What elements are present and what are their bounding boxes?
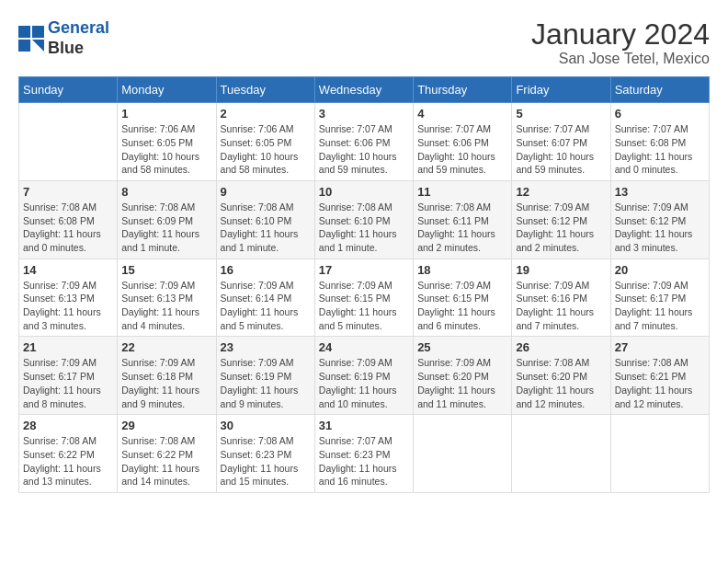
day-number: 4 xyxy=(417,107,507,121)
calendar-cell: 24Sunrise: 7:09 AM Sunset: 6:19 PM Dayli… xyxy=(314,337,413,415)
day-number: 21 xyxy=(23,340,113,354)
day-number: 26 xyxy=(516,340,606,354)
calendar-cell: 2Sunrise: 7:06 AM Sunset: 6:05 PM Daylig… xyxy=(216,103,314,181)
day-info: Sunrise: 7:09 AM Sunset: 6:12 PM Dayligh… xyxy=(615,201,705,255)
calendar-cell: 26Sunrise: 7:08 AM Sunset: 6:20 PM Dayli… xyxy=(512,337,610,415)
day-info: Sunrise: 7:08 AM Sunset: 6:10 PM Dayligh… xyxy=(319,201,409,255)
day-number: 8 xyxy=(121,185,211,199)
day-info: Sunrise: 7:08 AM Sunset: 6:23 PM Dayligh… xyxy=(221,434,311,488)
col-header-tuesday: Tuesday xyxy=(216,77,314,103)
day-number: 12 xyxy=(516,185,606,199)
day-info: Sunrise: 7:07 AM Sunset: 6:06 PM Dayligh… xyxy=(319,122,409,177)
calendar-cell: 12Sunrise: 7:09 AM Sunset: 6:12 PM Dayli… xyxy=(512,180,610,259)
calendar-cell: 9Sunrise: 7:08 AM Sunset: 6:10 PM Daylig… xyxy=(216,180,314,259)
calendar-cell: 19Sunrise: 7:09 AM Sunset: 6:16 PM Dayli… xyxy=(512,259,610,337)
day-number: 11 xyxy=(417,185,507,199)
day-number: 24 xyxy=(319,340,409,354)
calendar-cell xyxy=(512,415,610,493)
calendar-cell: 31Sunrise: 7:07 AM Sunset: 6:23 PM Dayli… xyxy=(314,415,413,493)
calendar-table: SundayMondayTuesdayWednesdayThursdayFrid… xyxy=(18,76,710,493)
day-info: Sunrise: 7:09 AM Sunset: 6:16 PM Dayligh… xyxy=(516,279,606,333)
day-info: Sunrise: 7:07 AM Sunset: 6:06 PM Dayligh… xyxy=(417,122,507,177)
day-number: 17 xyxy=(319,263,409,277)
calendar-cell xyxy=(19,103,118,181)
day-number: 31 xyxy=(319,419,409,432)
day-info: Sunrise: 7:09 AM Sunset: 6:17 PM Dayligh… xyxy=(615,279,705,333)
day-info: Sunrise: 7:09 AM Sunset: 6:19 PM Dayligh… xyxy=(221,356,311,410)
day-number: 16 xyxy=(221,263,311,277)
day-info: Sunrise: 7:08 AM Sunset: 6:20 PM Dayligh… xyxy=(516,356,606,410)
calendar-cell: 13Sunrise: 7:09 AM Sunset: 6:12 PM Dayli… xyxy=(610,180,709,259)
calendar-week-3: 14Sunrise: 7:09 AM Sunset: 6:13 PM Dayli… xyxy=(19,259,710,337)
day-number: 7 xyxy=(23,185,113,199)
day-number: 6 xyxy=(615,107,705,121)
calendar-cell: 29Sunrise: 7:08 AM Sunset: 6:22 PM Dayli… xyxy=(118,415,216,493)
day-info: Sunrise: 7:09 AM Sunset: 6:17 PM Dayligh… xyxy=(23,356,113,410)
calendar-cell xyxy=(414,415,512,493)
calendar-cell: 27Sunrise: 7:08 AM Sunset: 6:21 PM Dayli… xyxy=(610,337,709,415)
page-title: January 2024 xyxy=(531,18,710,51)
day-number: 1 xyxy=(121,107,211,121)
day-info: Sunrise: 7:09 AM Sunset: 6:15 PM Dayligh… xyxy=(319,279,409,333)
col-header-friday: Friday xyxy=(512,77,610,103)
day-info: Sunrise: 7:08 AM Sunset: 6:10 PM Dayligh… xyxy=(221,201,311,255)
day-number: 18 xyxy=(417,263,507,277)
calendar-cell: 8Sunrise: 7:08 AM Sunset: 6:09 PM Daylig… xyxy=(118,180,216,259)
day-info: Sunrise: 7:06 AM Sunset: 6:05 PM Dayligh… xyxy=(121,122,211,177)
title-block: January 2024 San Jose Tetel, Mexico xyxy=(531,18,710,67)
day-info: Sunrise: 7:09 AM Sunset: 6:13 PM Dayligh… xyxy=(121,279,211,333)
day-info: Sunrise: 7:07 AM Sunset: 6:08 PM Dayligh… xyxy=(615,122,705,177)
day-info: Sunrise: 7:09 AM Sunset: 6:15 PM Dayligh… xyxy=(417,279,507,333)
svg-rect-0 xyxy=(18,26,30,38)
day-info: Sunrise: 7:09 AM Sunset: 6:20 PM Dayligh… xyxy=(417,356,507,410)
day-info: Sunrise: 7:08 AM Sunset: 6:08 PM Dayligh… xyxy=(23,201,113,255)
svg-rect-2 xyxy=(18,40,30,52)
day-number: 27 xyxy=(615,340,705,354)
calendar-cell: 15Sunrise: 7:09 AM Sunset: 6:13 PM Dayli… xyxy=(118,259,216,337)
day-number: 10 xyxy=(319,185,409,199)
calendar-week-4: 21Sunrise: 7:09 AM Sunset: 6:17 PM Dayli… xyxy=(19,337,710,415)
day-number: 22 xyxy=(121,340,211,354)
page-subtitle: San Jose Tetel, Mexico xyxy=(531,51,710,67)
calendar-header-row: SundayMondayTuesdayWednesdayThursdayFrid… xyxy=(19,77,710,103)
calendar-cell: 30Sunrise: 7:08 AM Sunset: 6:23 PM Dayli… xyxy=(216,415,314,493)
calendar-cell: 25Sunrise: 7:09 AM Sunset: 6:20 PM Dayli… xyxy=(414,337,512,415)
calendar-week-5: 28Sunrise: 7:08 AM Sunset: 6:22 PM Dayli… xyxy=(19,415,710,493)
calendar-cell: 6Sunrise: 7:07 AM Sunset: 6:08 PM Daylig… xyxy=(610,103,709,181)
day-number: 30 xyxy=(221,419,311,432)
logo-text: General Blue xyxy=(48,18,109,58)
calendar-cell: 22Sunrise: 7:09 AM Sunset: 6:18 PM Dayli… xyxy=(118,337,216,415)
day-info: Sunrise: 7:09 AM Sunset: 6:18 PM Dayligh… xyxy=(121,356,211,410)
calendar-cell: 5Sunrise: 7:07 AM Sunset: 6:07 PM Daylig… xyxy=(512,103,610,181)
day-info: Sunrise: 7:08 AM Sunset: 6:22 PM Dayligh… xyxy=(23,434,113,488)
day-number: 2 xyxy=(221,107,311,121)
calendar-cell: 17Sunrise: 7:09 AM Sunset: 6:15 PM Dayli… xyxy=(314,259,413,337)
day-info: Sunrise: 7:08 AM Sunset: 6:21 PM Dayligh… xyxy=(615,356,705,410)
day-number: 3 xyxy=(319,107,409,121)
calendar-cell: 1Sunrise: 7:06 AM Sunset: 6:05 PM Daylig… xyxy=(118,103,216,181)
logo-icon xyxy=(18,26,44,52)
calendar-cell: 28Sunrise: 7:08 AM Sunset: 6:22 PM Dayli… xyxy=(19,415,118,493)
day-number: 13 xyxy=(615,185,705,199)
logo: General Blue xyxy=(18,18,109,58)
day-info: Sunrise: 7:09 AM Sunset: 6:12 PM Dayligh… xyxy=(516,201,606,255)
day-number: 20 xyxy=(615,263,705,277)
day-info: Sunrise: 7:08 AM Sunset: 6:11 PM Dayligh… xyxy=(417,201,507,255)
calendar-cell: 23Sunrise: 7:09 AM Sunset: 6:19 PM Dayli… xyxy=(216,337,314,415)
calendar-cell: 14Sunrise: 7:09 AM Sunset: 6:13 PM Dayli… xyxy=(19,259,118,337)
calendar-cell: 7Sunrise: 7:08 AM Sunset: 6:08 PM Daylig… xyxy=(19,180,118,259)
svg-rect-1 xyxy=(32,26,44,38)
calendar-week-1: 1Sunrise: 7:06 AM Sunset: 6:05 PM Daylig… xyxy=(19,103,710,181)
day-number: 19 xyxy=(516,263,606,277)
svg-marker-3 xyxy=(32,40,44,52)
col-header-wednesday: Wednesday xyxy=(314,77,413,103)
calendar-cell xyxy=(610,415,709,493)
calendar-cell: 4Sunrise: 7:07 AM Sunset: 6:06 PM Daylig… xyxy=(414,103,512,181)
day-info: Sunrise: 7:07 AM Sunset: 6:23 PM Dayligh… xyxy=(319,434,409,488)
day-number: 28 xyxy=(23,419,113,432)
calendar-cell: 20Sunrise: 7:09 AM Sunset: 6:17 PM Dayli… xyxy=(610,259,709,337)
col-header-thursday: Thursday xyxy=(414,77,512,103)
calendar-cell: 18Sunrise: 7:09 AM Sunset: 6:15 PM Dayli… xyxy=(414,259,512,337)
calendar-cell: 10Sunrise: 7:08 AM Sunset: 6:10 PM Dayli… xyxy=(314,180,413,259)
day-info: Sunrise: 7:07 AM Sunset: 6:07 PM Dayligh… xyxy=(516,122,606,177)
